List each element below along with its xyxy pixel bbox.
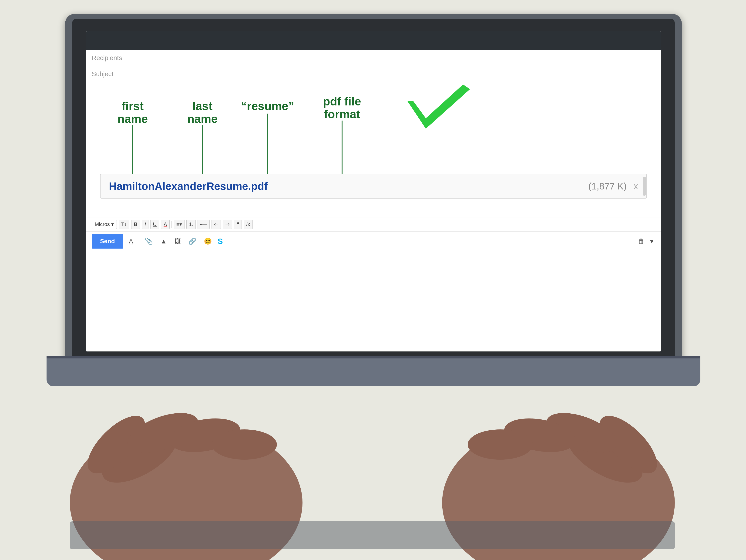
email-compose: Recipients Subject: [86, 50, 661, 82]
attach-icon[interactable]: 📎: [143, 235, 155, 247]
send-button[interactable]: Send: [92, 234, 123, 249]
attachment-close-button[interactable]: x: [634, 181, 638, 191]
action-divider: [139, 237, 139, 246]
screen-bezel: Recipients Subject first name last na: [72, 19, 675, 363]
bulleted-list-icon: •—: [200, 221, 207, 227]
attachment-filename: HamiltonAlexanderResume.pdf: [109, 180, 584, 193]
align-arrow: ▾: [179, 221, 182, 227]
hands-container: [0, 363, 746, 560]
attachment-box: HamiltonAlexanderResume.pdf (1,877 K) x: [100, 174, 647, 199]
bold-button[interactable]: B: [131, 220, 140, 229]
hands-svg: [0, 363, 746, 560]
quote-button[interactable]: ❝: [234, 220, 242, 229]
increase-indent-button[interactable]: ⇒: [223, 220, 232, 229]
photo-icon[interactable]: 🖼: [172, 235, 183, 247]
laptop-outer: Recipients Subject first name last na: [65, 14, 682, 368]
decrease-indent-icon: ⇐: [214, 221, 218, 227]
pdf-format-label2: format: [324, 108, 360, 121]
recipients-field[interactable]: Recipients: [86, 50, 661, 66]
font-dropdown-arrow[interactable]: ▾: [111, 221, 114, 227]
bulleted-list-button[interactable]: •—: [198, 220, 210, 229]
drive-icon[interactable]: ▲: [159, 236, 169, 247]
font-size-icon: T↓: [121, 221, 127, 227]
increase-indent-icon: ⇒: [225, 221, 229, 227]
font-color-label: A: [164, 221, 167, 227]
annotation-area: first name last name “resume” pdf file f…: [86, 82, 661, 217]
checkmark-shape: [407, 84, 470, 129]
first-name-label: first: [122, 100, 144, 113]
last-name-label: last: [193, 100, 213, 113]
last-name-label2: name: [187, 112, 218, 125]
attachment-size: (1,877 K): [588, 181, 627, 192]
font-size-button[interactable]: T↓: [119, 220, 130, 229]
quote-icon: ❝: [236, 221, 239, 227]
first-name-label2: name: [117, 112, 148, 125]
link-icon[interactable]: 🔗: [186, 235, 198, 247]
more-options-icon[interactable]: ▾: [648, 235, 655, 247]
scrollbar[interactable]: [643, 177, 646, 196]
recipients-label: Recipients: [92, 54, 129, 62]
trash-icon[interactable]: 🗑: [638, 237, 644, 245]
left-pinky: [212, 429, 277, 460]
resume-label: “resume”: [241, 100, 294, 113]
numbered-list-icon: 1.: [189, 221, 193, 227]
pdf-format-label: pdf file: [323, 95, 361, 108]
font-name: Micros: [95, 221, 110, 227]
font-color-button[interactable]: A: [161, 220, 170, 229]
right-pinky: [468, 429, 533, 460]
italic-button[interactable]: I: [142, 220, 148, 229]
formatting-toolbar: Micros ▾ T↓ B I U A: [86, 217, 661, 231]
emoji-icon[interactable]: 😊: [202, 235, 214, 247]
align-icon: ≡: [176, 221, 179, 227]
bold-label: B: [134, 221, 138, 227]
align-button[interactable]: ≡ ▾: [174, 220, 184, 229]
text-format-icon[interactable]: A: [127, 236, 135, 247]
italic-label: I: [144, 221, 146, 227]
underline-button[interactable]: U: [150, 220, 159, 229]
clear-format-button[interactable]: Ix: [243, 220, 253, 229]
font-selector[interactable]: Micros ▾: [92, 220, 117, 229]
numbered-list-button[interactable]: 1.: [186, 220, 196, 229]
subject-label: Subject: [92, 70, 129, 78]
title-bar: [86, 31, 661, 50]
subject-field[interactable]: Subject: [86, 66, 661, 82]
skype-icon[interactable]: S: [218, 237, 223, 246]
decrease-indent-button[interactable]: ⇐: [211, 220, 221, 229]
toolbar-divider: [171, 221, 172, 228]
action-bar: Send A 📎 ▲ 🖼 🔗 😊 S 🗑 ▾: [86, 231, 661, 251]
screen: Recipients Subject first name last na: [86, 31, 661, 352]
underline-label: U: [153, 221, 156, 227]
keyboard-row: [70, 521, 675, 549]
